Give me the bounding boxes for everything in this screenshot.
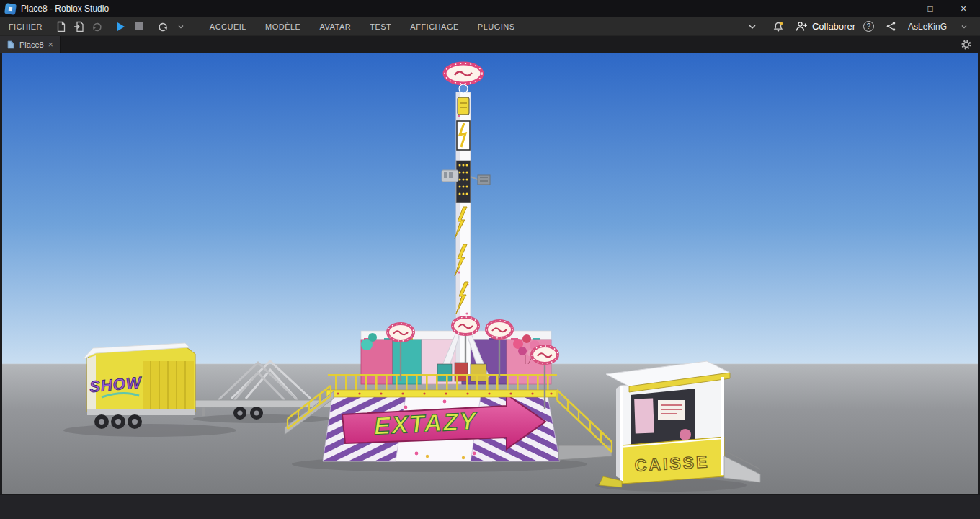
undo-button[interactable] [154,19,172,35]
roblox-studio-logo-icon [4,3,17,15]
window-title: Place8 - Roblox Studio [21,4,109,14]
window-titlebar: Place8 - Roblox Studio – □ × [0,0,980,17]
sky [2,53,978,364]
minimize-button[interactable]: – [881,0,914,17]
share-button[interactable] [882,19,900,35]
new-file-icon [55,21,67,32]
help-button[interactable]: ? [863,21,874,32]
ribbon-tabs: ACCUEIL MODÈLE AVATAR TEST AFFICHAGE PLU… [200,17,525,36]
person-plus-icon [796,21,808,32]
viewport-3d[interactable]: SHOW [0,53,980,494]
booth-sign-text: CAISSE [634,452,710,474]
gear-icon [961,39,972,50]
tab-place8-label: Place8 [19,40,44,49]
play-button[interactable] [112,19,130,35]
scene-canvas: SHOW [2,53,978,494]
collaborate-label: Collaborer [812,21,855,32]
share-icon [886,21,896,32]
tab-options-button[interactable] [957,37,975,53]
sync-button[interactable] [89,19,107,35]
ride-name-text: EXTAZY [373,407,479,440]
undo-history-dropdown[interactable] [172,19,190,35]
tab-plugins[interactable]: PLUGINS [468,17,525,36]
maximize-button[interactable]: □ [914,0,947,17]
menubar-right: Collaborer ? AsLeKinG [744,19,980,35]
chevron-down-icon [177,24,184,30]
place-document-icon [6,40,15,49]
ribbon-collapse-button[interactable] [744,19,762,35]
sync-icon [92,21,103,32]
user-menu-dropdown[interactable] [955,19,973,35]
tab-accueil[interactable]: ACCUEIL [200,17,256,36]
stop-button[interactable] [130,19,148,35]
notifications-button[interactable] [770,19,788,35]
tab-test[interactable]: TEST [360,17,401,36]
open-file-button[interactable] [71,19,89,35]
chevron-down-icon [748,24,757,30]
ride-platform[interactable]: EXTAZY [323,390,560,461]
chevron-down-icon [961,24,968,30]
close-button[interactable]: × [947,0,980,17]
bell-icon [772,21,784,32]
collaborate-button[interactable]: Collaborer [796,21,855,32]
open-file-icon [74,21,85,32]
new-file-button[interactable] [53,19,71,35]
play-icon [117,22,125,31]
tab-modele[interactable]: MODÈLE [256,17,310,36]
window-controls: – □ × [881,0,980,17]
username-label[interactable]: AsLeKinG [908,22,947,32]
stop-icon [135,22,143,30]
tabbar-right [957,36,980,53]
tab-place8[interactable]: Place8 × [0,36,61,53]
undo-icon [157,21,169,32]
tab-affichage[interactable]: AFFICHAGE [401,17,468,36]
bottom-statusbar [0,494,980,519]
file-menu[interactable]: FICHIER [0,22,53,31]
tab-avatar[interactable]: AVATAR [310,17,360,36]
menubar: FICHIER ACCUEIL [0,17,980,36]
document-tabbar: Place8 × [0,36,980,53]
tab-close-button[interactable]: × [48,40,53,49]
